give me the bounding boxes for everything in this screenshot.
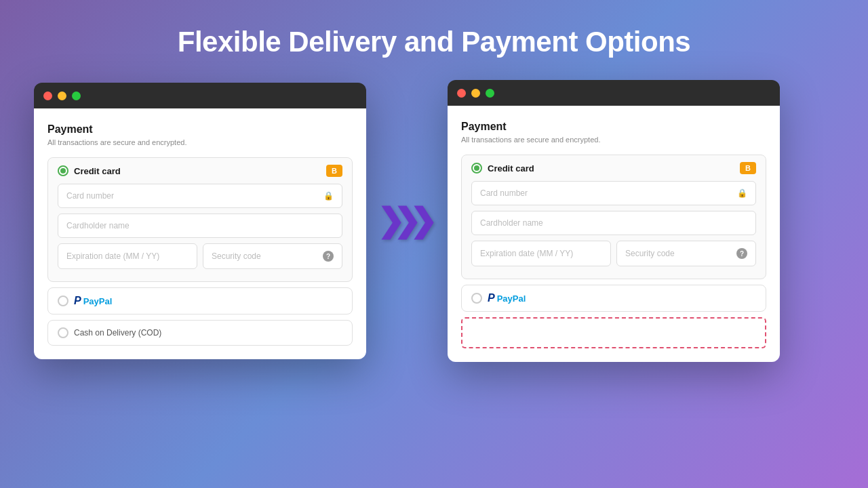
right-paypal-option[interactable]: P PayPal <box>461 285 766 312</box>
arrows-container: ❯ ❯ ❯ <box>366 205 448 237</box>
right-two-col: Expiration date (MM / YY) Security code … <box>471 241 756 266</box>
left-security-placeholder: Security code <box>212 251 261 261</box>
left-window-body: Payment All transactions are secure and … <box>34 108 366 359</box>
right-security-placeholder: Security code <box>625 249 675 258</box>
right-card-number-field[interactable]: Card number 🔒 <box>471 181 756 205</box>
right-badge: B <box>740 162 756 174</box>
left-badge: B <box>326 165 342 177</box>
left-paypal-option[interactable]: P PayPal <box>47 287 353 314</box>
left-credit-card-label: Credit card <box>74 166 121 176</box>
left-minimize-button[interactable] <box>58 92 66 100</box>
right-credit-card-option[interactable]: Credit card B Card number 🔒 Cardholder n… <box>461 155 766 279</box>
right-expiry-field[interactable]: Expiration date (MM / YY) <box>471 241 611 266</box>
left-cod-label: Cash on Delivery (COD) <box>74 328 161 338</box>
left-titlebar <box>34 83 366 108</box>
right-paypal-logo: P PayPal <box>488 292 526 304</box>
left-expiry-field[interactable]: Expiration date (MM / YY) <box>58 243 197 269</box>
right-credit-card-label: Credit card <box>488 163 534 174</box>
left-payment-subtitle: All transactions are secure and encrypte… <box>47 138 353 146</box>
right-credit-card-radio[interactable] <box>471 163 482 174</box>
right-card-fields: Card number 🔒 Cardholder name Expiration… <box>471 181 756 266</box>
left-card-fields: Card number 🔒 Cardholder name Expiration… <box>58 184 342 269</box>
left-payment-title: Payment <box>47 123 353 136</box>
left-expiry-placeholder: Expiration date (MM / YY) <box>66 251 159 261</box>
left-window: Payment All transactions are secure and … <box>34 83 366 359</box>
right-dashed-placeholder <box>461 317 766 348</box>
page-title: Flexible Delivery and Payment Options <box>178 26 690 58</box>
left-security-field[interactable]: Security code ? <box>203 243 342 269</box>
left-two-col: Expiration date (MM / YY) Security code … <box>58 243 342 269</box>
left-cod-option[interactable]: Cash on Delivery (COD) <box>47 320 353 346</box>
right-maximize-button[interactable] <box>486 89 494 98</box>
right-help-icon[interactable]: ? <box>736 248 747 259</box>
left-lock-icon: 🔒 <box>323 191 334 201</box>
right-payment-title: Payment <box>461 121 766 133</box>
right-payment-subtitle: All transactions are secure and encrypte… <box>461 136 766 144</box>
right-window: Payment All transactions are secure and … <box>448 80 780 362</box>
right-expiry-placeholder: Expiration date (MM / YY) <box>480 249 573 258</box>
right-cardholder-field[interactable]: Cardholder name <box>471 211 756 235</box>
left-help-icon[interactable]: ? <box>323 251 334 262</box>
left-cardholder-field[interactable]: Cardholder name <box>58 214 342 238</box>
panels-row: Payment All transactions are secure and … <box>34 80 834 362</box>
left-close-button[interactable] <box>43 92 52 100</box>
left-paypal-radio[interactable] <box>58 296 68 306</box>
left-card-number-placeholder: Card number <box>66 191 114 201</box>
right-lock-icon: 🔒 <box>737 188 747 198</box>
right-paypal-radio[interactable] <box>471 293 482 304</box>
right-close-button[interactable] <box>457 89 466 98</box>
left-card-number-field[interactable]: Card number 🔒 <box>58 184 342 208</box>
arrow-3: ❯ <box>410 205 437 237</box>
right-card-number-placeholder: Card number <box>480 188 528 198</box>
right-titlebar <box>448 80 780 106</box>
right-minimize-button[interactable] <box>471 89 480 98</box>
left-cardholder-placeholder: Cardholder name <box>66 221 130 230</box>
right-window-body: Payment All transactions are secure and … <box>448 106 780 362</box>
left-credit-card-option[interactable]: Credit card B Card number 🔒 Cardholder n… <box>47 157 353 282</box>
left-maximize-button[interactable] <box>72 92 81 100</box>
right-cardholder-placeholder: Cardholder name <box>480 218 543 228</box>
right-security-field[interactable]: Security code ? <box>616 241 756 266</box>
left-credit-card-radio[interactable] <box>58 165 68 176</box>
left-paypal-logo: P PayPal <box>74 295 112 307</box>
left-cod-radio[interactable] <box>58 327 68 338</box>
